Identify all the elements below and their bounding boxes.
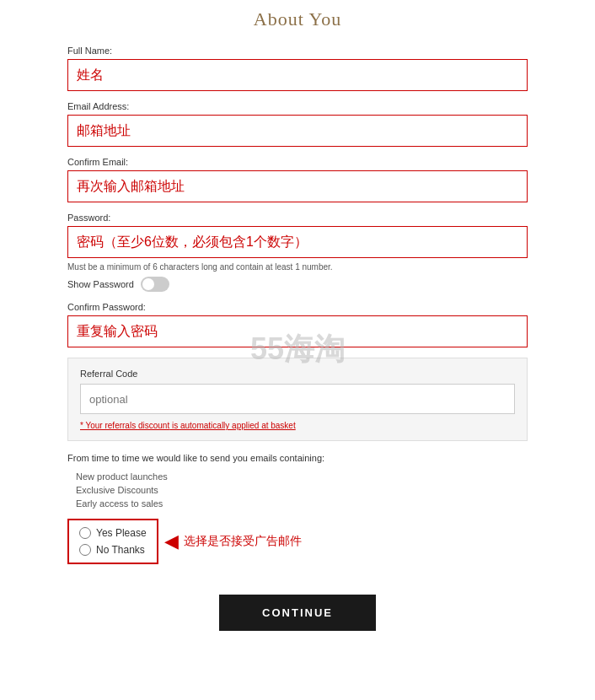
email-list-item: Exclusive Discounts (76, 485, 528, 495)
annotation-arrow: ◀ 选择是否接受广告邮件 (164, 532, 302, 551)
email-list-item: New product launches (76, 471, 528, 482)
radio-group: Yes Please No Thanks (67, 519, 158, 564)
referral-input[interactable] (80, 384, 515, 414)
annotation-text: 选择是否接受广告邮件 (184, 534, 302, 549)
referral-note-suffix: is automatically applied at basket (169, 421, 296, 430)
yes-please-label: Yes Please (96, 527, 147, 539)
continue-button[interactable]: CONTINUE (219, 595, 376, 631)
email-input[interactable] (67, 115, 528, 147)
referral-discount-link: discount (138, 421, 169, 430)
radio-container: Yes Please No Thanks ◀ 选择是否接受广告邮件 (67, 519, 158, 564)
password-input[interactable] (67, 226, 528, 258)
email-list-item: Early access to sales (76, 498, 528, 509)
referral-note: * Your referrals discount is automatical… (80, 421, 515, 430)
no-thanks-option[interactable]: No Thanks (79, 544, 147, 556)
confirm-email-input[interactable] (67, 170, 528, 202)
full-name-label: Full Name: (67, 46, 528, 56)
full-name-input[interactable] (67, 59, 528, 91)
password-hint: Must be a minimum of 6 characters long a… (67, 261, 528, 273)
email-group: Email Address: (67, 101, 528, 147)
no-thanks-label: No Thanks (96, 544, 145, 556)
confirm-password-label: Confirm Password: (67, 302, 528, 312)
show-password-row: Show Password (67, 277, 528, 292)
email-prefs-section: From time to time we would like to send … (67, 453, 528, 581)
password-label: Password: (67, 213, 528, 223)
confirm-password-group: Confirm Password: (67, 302, 528, 347)
yes-please-radio[interactable] (79, 527, 91, 539)
page-title: About You (67, 8, 528, 30)
confirm-email-label: Confirm Email: (67, 157, 528, 167)
password-group: Password: Must be a minimum of 6 charact… (67, 213, 528, 292)
yes-please-option[interactable]: Yes Please (79, 527, 147, 539)
confirm-password-input[interactable] (67, 315, 528, 347)
arrow-icon: ◀ (164, 532, 179, 551)
show-password-label: Show Password (67, 279, 134, 289)
show-password-toggle[interactable] (141, 277, 169, 292)
email-list: New product launches Exclusive Discounts… (67, 471, 528, 509)
email-label: Email Address: (67, 101, 528, 111)
page-container: About You Full Name: Email Address: Conf… (0, 0, 595, 700)
no-thanks-radio[interactable] (79, 544, 91, 556)
referral-section: Referral Code * Your referrals discount … (67, 358, 528, 441)
referral-label: Referral Code (80, 369, 515, 379)
referral-note-prefix: * Your referrals (80, 421, 138, 430)
confirm-email-group: Confirm Email: (67, 157, 528, 202)
email-intro: From time to time we would like to send … (67, 453, 528, 463)
full-name-group: Full Name: (67, 46, 528, 91)
